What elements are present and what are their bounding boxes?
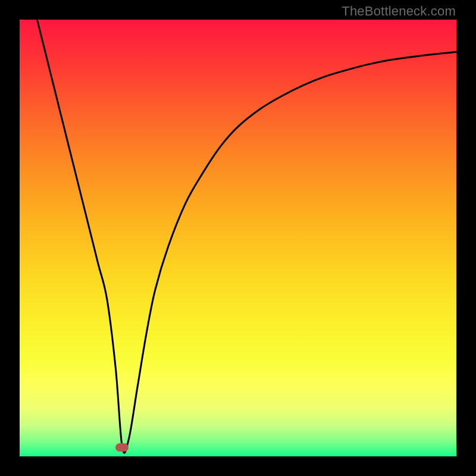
curve-layer: [20, 20, 456, 456]
bottleneck-curve: [37, 20, 456, 453]
plot-area: [20, 20, 456, 456]
optimal-marker: [115, 443, 129, 452]
watermark-text: TheBottleneck.com: [342, 4, 456, 19]
chart-frame: TheBottleneck.com: [0, 0, 476, 476]
